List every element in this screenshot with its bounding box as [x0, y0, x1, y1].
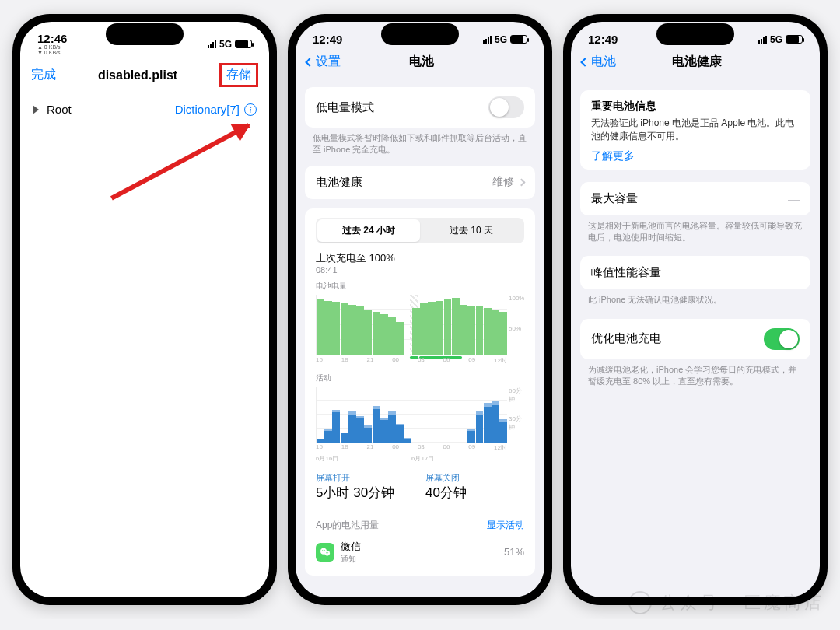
- max-capacity-label: 最大容量: [591, 191, 638, 206]
- watermark: 公众号 · 巨魔商店: [628, 591, 824, 614]
- battery-health-label: 电池健康: [316, 175, 362, 190]
- activity-chart: 60分钟30分钟 1518210003060912时 6月16日6月17日: [316, 387, 524, 452]
- optimize-charge-label: 优化电池充电: [591, 331, 661, 346]
- carrier-label: 5G: [770, 34, 782, 45]
- chevron-right-icon: [518, 178, 526, 186]
- nav-title: 电池: [409, 54, 434, 70]
- status-time: 12:49: [588, 33, 618, 46]
- app-pct: 51%: [504, 546, 524, 558]
- low-power-group: 低电量模式: [305, 87, 535, 128]
- max-capacity-value: —: [788, 192, 800, 205]
- app-sub: 通知: [341, 554, 498, 565]
- nav-title: disabled.plist: [98, 68, 177, 82]
- battery-usage-group: 过去 24 小时 过去 10 天 上次充电至 100% 08:41 电池电量 1…: [305, 208, 535, 576]
- screen-off-value: 40分钟: [425, 484, 467, 502]
- screen-2: 12:49 5G 设置 电池 低电量模式 低电量模式将暂时降低如下载和邮件抓取等…: [296, 22, 544, 597]
- annotation-arrow: [110, 123, 250, 200]
- battery-level-chart: 100%50% 1518210003060912时: [316, 295, 524, 365]
- app-name: 微信: [341, 540, 498, 554]
- phone-frame-3: 12:49 5G 电池 电池健康 重要电池信息 无法验证此 iPhone 电池是…: [563, 14, 828, 605]
- chevron-left-icon: [305, 58, 313, 66]
- battery-health-value: 维修: [492, 175, 514, 189]
- plist-root-row[interactable]: Root Dictionary[7] i: [20, 95, 269, 124]
- screen-on-value: 5小时 30分钟: [316, 484, 394, 502]
- signal-icon: [483, 36, 492, 44]
- time-range-segment[interactable]: 过去 24 小时 过去 10 天: [316, 218, 524, 243]
- segment-24h[interactable]: 过去 24 小时: [317, 219, 420, 242]
- signal-icon: [758, 36, 767, 44]
- screen-3: 12:49 5G 电池 电池健康 重要电池信息 无法验证此 iPhone 电池是…: [571, 22, 820, 597]
- low-power-mode-cell[interactable]: 低电量模式: [305, 87, 535, 128]
- nav-bar: 完成 disabled.plist 存储: [20, 58, 269, 95]
- info-icon[interactable]: i: [244, 103, 257, 116]
- status-net-up: ▲ 0 KB/s: [37, 44, 67, 50]
- optimize-charge-note: 为减缓电池老化，iPhone 会学习您每日的充电模式，并暂缓充电至 80% 以上…: [571, 359, 820, 388]
- nav-title: 电池健康: [672, 54, 722, 70]
- peak-perf-group: 峰值性能容量: [580, 256, 810, 289]
- screen-on-label: 屏幕打开: [316, 472, 394, 484]
- svg-point-4: [326, 552, 327, 553]
- battery-health-cell[interactable]: 电池健康 维修: [305, 166, 535, 199]
- back-button[interactable]: 电池: [582, 54, 616, 70]
- battery-icon: [786, 35, 803, 44]
- show-activity-button[interactable]: 显示活动: [487, 519, 524, 532]
- phone-frame-2: 12:49 5G 设置 电池 低电量模式 低电量模式将暂时降低如下载和邮件抓取等…: [288, 14, 552, 605]
- back-button[interactable]: 设置: [306, 54, 341, 70]
- battery-icon: [235, 40, 252, 48]
- peak-perf-note: 此 iPhone 无法确认电池健康状况。: [571, 289, 820, 306]
- signal-icon: [208, 40, 216, 48]
- segment-10d[interactable]: 过去 10 天: [420, 219, 523, 242]
- learn-more-link[interactable]: 了解更多: [580, 143, 810, 170]
- app-usage-header: App的电池用量: [316, 519, 379, 532]
- save-button[interactable]: 存储: [219, 63, 258, 87]
- watermark-icon: [628, 591, 652, 614]
- screen-off-label: 屏幕关闭: [425, 472, 467, 484]
- phone-frame-1: 12:46 ▲ 0 KB/s ▼ 0 KB/s 5G 完成 disabled.p…: [12, 14, 277, 605]
- disclosure-triangle-icon[interactable]: [33, 105, 39, 114]
- peak-perf-label: 峰值性能容量: [591, 265, 661, 280]
- dynamic-island: [656, 23, 734, 45]
- dynamic-island: [381, 23, 459, 45]
- nav-bar: 设置 电池: [296, 49, 544, 78]
- dynamic-island: [106, 23, 184, 45]
- max-capacity-note: 这是相对于新电池而言的电池容量。容量较低可能导致充电后，电池使用时间缩短。: [571, 215, 820, 244]
- important-body: 无法验证此 iPhone 电池是正品 Apple 电池。此电池的健康信息不可用。: [580, 117, 810, 143]
- important-info-group: 重要电池信息 无法验证此 iPhone 电池是正品 Apple 电池。此电池的健…: [580, 90, 810, 170]
- activity-label: 活动: [305, 366, 535, 385]
- svg-point-3: [324, 550, 325, 551]
- battery-icon: [510, 35, 527, 44]
- low-power-note: 低电量模式将暂时降低如下载和邮件抓取等后台活动，直至 iPhone 完全充电。: [296, 128, 544, 156]
- low-power-toggle[interactable]: [488, 96, 524, 118]
- svg-point-5: [327, 552, 328, 553]
- last-charge-label: 上次充电至 100%: [316, 251, 524, 265]
- carrier-label: 5G: [219, 39, 232, 50]
- status-time: 12:49: [313, 33, 342, 46]
- battery-level-label: 电池电量: [305, 275, 535, 293]
- chevron-left-icon: [580, 58, 589, 66]
- status-net-down: ▼ 0 KB/s: [37, 50, 67, 55]
- root-key-label: Root: [47, 103, 72, 116]
- status-time: 12:46: [37, 33, 67, 44]
- battery-health-group: 电池健康 维修: [305, 166, 535, 199]
- app-row-wechat[interactable]: 微信 通知 51%: [305, 535, 535, 569]
- max-capacity-group: 最大容量 —: [580, 182, 810, 215]
- svg-point-1: [324, 551, 330, 556]
- nav-bar: 电池 电池健康: [571, 49, 820, 78]
- last-charge-time: 08:41: [316, 265, 524, 275]
- optimize-charge-group: 优化电池充电: [580, 319, 810, 359]
- screen-1: 12:46 ▲ 0 KB/s ▼ 0 KB/s 5G 完成 disabled.p…: [20, 22, 269, 597]
- low-power-label: 低电量模式: [316, 100, 374, 115]
- important-title: 重要电池信息: [580, 90, 810, 117]
- optimize-charge-toggle[interactable]: [764, 328, 800, 350]
- wechat-icon: [316, 543, 334, 562]
- done-button[interactable]: 完成: [31, 67, 56, 83]
- svg-point-2: [322, 550, 323, 551]
- carrier-label: 5G: [495, 34, 507, 45]
- root-type-value: Dictionary[7]: [175, 103, 240, 116]
- optimize-charge-cell[interactable]: 优化电池充电: [580, 319, 810, 359]
- usage-summary: 屏幕打开 5小时 30分钟 屏幕关闭 40分钟: [305, 466, 535, 511]
